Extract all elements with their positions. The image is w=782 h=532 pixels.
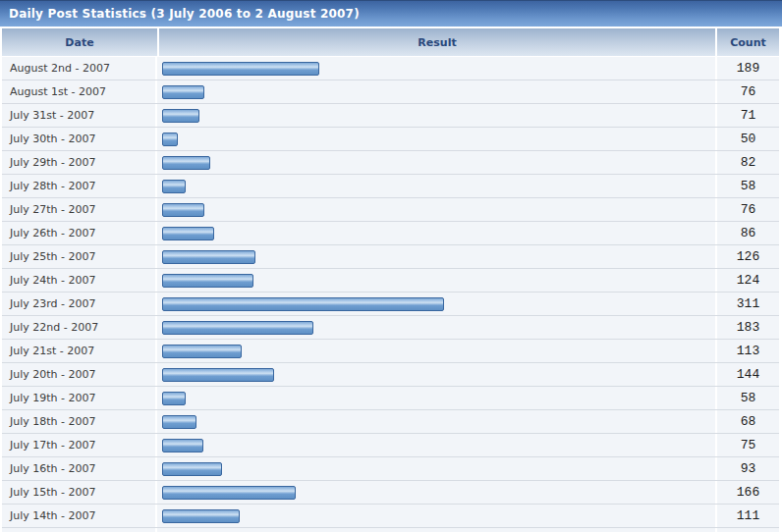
- table-row: July 15th - 2007166: [2, 481, 779, 505]
- result-cell: [157, 269, 717, 292]
- date-cell: July 29th - 2007: [2, 151, 157, 174]
- table-row: July 25th - 2007126: [2, 245, 779, 269]
- date-cell: July 22nd - 2007: [2, 316, 157, 339]
- title-bar: Daily Post Statistics (3 July 2006 to 2 …: [0, 0, 782, 27]
- table-row-partial: [2, 528, 779, 532]
- result-bar: [162, 462, 222, 476]
- result-bar: [162, 62, 319, 76]
- count-cell: 86: [717, 222, 779, 244]
- table-row: July 19th - 200758: [2, 387, 779, 410]
- result-cell: [157, 80, 717, 103]
- date-cell: [2, 528, 157, 532]
- result-cell: [157, 528, 717, 532]
- result-cell: [157, 151, 717, 174]
- count-cell: 68: [717, 410, 779, 433]
- table-row: July 20th - 2007144: [2, 363, 779, 387]
- column-header-count: Count: [717, 28, 779, 56]
- table-row: July 18th - 200768: [2, 410, 779, 434]
- result-cell: [157, 245, 717, 268]
- result-bar: [162, 274, 253, 288]
- result-cell: [157, 457, 717, 480]
- date-cell: July 27th - 2007: [2, 198, 157, 221]
- table-row: July 30th - 200750: [2, 128, 779, 151]
- count-cell: 144: [717, 363, 779, 386]
- count-cell: 311: [717, 293, 779, 315]
- result-bar: [162, 415, 196, 429]
- count-cell: 183: [717, 316, 779, 339]
- count-cell: 50: [717, 128, 779, 150]
- result-bar: [162, 250, 255, 264]
- result-cell: [157, 387, 717, 409]
- count-cell: 166: [717, 481, 779, 504]
- result-cell: [157, 293, 717, 315]
- count-cell: 124: [717, 269, 779, 292]
- date-cell: July 25th - 2007: [2, 245, 157, 268]
- count-cell: 82: [717, 151, 779, 174]
- date-cell: July 14th - 2007: [2, 505, 157, 527]
- result-cell: [157, 128, 717, 150]
- table-row: July 24th - 2007124: [2, 269, 779, 293]
- count-cell: 75: [717, 434, 779, 456]
- result-cell: [157, 434, 717, 456]
- result-cell: [157, 481, 717, 504]
- date-cell: July 18th - 2007: [2, 410, 157, 433]
- count-cell: [717, 528, 779, 532]
- table-body: August 2nd - 2007189August 1st - 200776J…: [2, 57, 779, 532]
- date-cell: August 1st - 2007: [2, 80, 157, 103]
- date-cell: July 31st - 2007: [2, 104, 157, 127]
- date-cell: July 21st - 2007: [2, 340, 157, 362]
- table-row: July 28th - 200758: [2, 175, 779, 198]
- table-row: July 22nd - 2007183: [2, 316, 779, 340]
- table-header-row: Date Result Count: [2, 28, 779, 57]
- date-cell: July 20th - 2007: [2, 363, 157, 386]
- result-cell: [157, 505, 717, 527]
- date-cell: July 15th - 2007: [2, 481, 157, 504]
- result-bar: [162, 85, 204, 99]
- result-bar: [162, 180, 186, 193]
- count-cell: 71: [717, 104, 779, 127]
- result-cell: [157, 198, 717, 221]
- result-bar: [162, 392, 186, 405]
- statistics-table: Date Result Count August 2nd - 2007189Au…: [2, 28, 779, 532]
- result-bar: [162, 156, 210, 170]
- column-header-date: Date: [2, 28, 159, 56]
- table-row: August 1st - 200776: [2, 80, 779, 104]
- result-bar: [162, 368, 274, 382]
- page-title: Daily Post Statistics (3 July 2006 to 2 …: [9, 7, 360, 21]
- result-cell: [157, 57, 717, 80]
- date-cell: July 17th - 2007: [2, 434, 157, 456]
- count-cell: 58: [717, 175, 779, 197]
- count-cell: 76: [717, 80, 779, 103]
- table-row: July 27th - 200776: [2, 198, 779, 222]
- date-cell: July 30th - 2007: [2, 128, 157, 150]
- count-cell: 111: [717, 505, 779, 527]
- result-cell: [157, 175, 717, 197]
- table-row: July 14th - 2007111: [2, 505, 779, 528]
- result-cell: [157, 410, 717, 433]
- result-cell: [157, 363, 717, 386]
- table-row: July 21st - 2007113: [2, 340, 779, 363]
- table-row: July 16th - 200793: [2, 457, 779, 481]
- result-cell: [157, 104, 717, 127]
- date-cell: July 16th - 2007: [2, 457, 157, 480]
- column-header-result: Result: [159, 28, 717, 56]
- count-cell: 189: [717, 57, 779, 80]
- table-row: July 26th - 200786: [2, 222, 779, 245]
- result-bar: [162, 509, 240, 523]
- result-bar: [162, 321, 313, 335]
- result-bar: [162, 203, 204, 217]
- count-cell: 58: [717, 387, 779, 409]
- result-cell: [157, 340, 717, 362]
- date-cell: July 19th - 2007: [2, 387, 157, 409]
- result-cell: [157, 222, 717, 244]
- result-bar: [162, 439, 203, 452]
- count-cell: 126: [717, 245, 779, 268]
- result-bar: [162, 133, 178, 146]
- table-row: July 17th - 200775: [2, 434, 779, 457]
- count-cell: 76: [717, 198, 779, 221]
- result-bar: [162, 227, 214, 240]
- result-bar: [162, 297, 444, 311]
- result-bar: [162, 345, 242, 358]
- count-cell: 113: [717, 340, 779, 362]
- table-row: July 29th - 200782: [2, 151, 779, 175]
